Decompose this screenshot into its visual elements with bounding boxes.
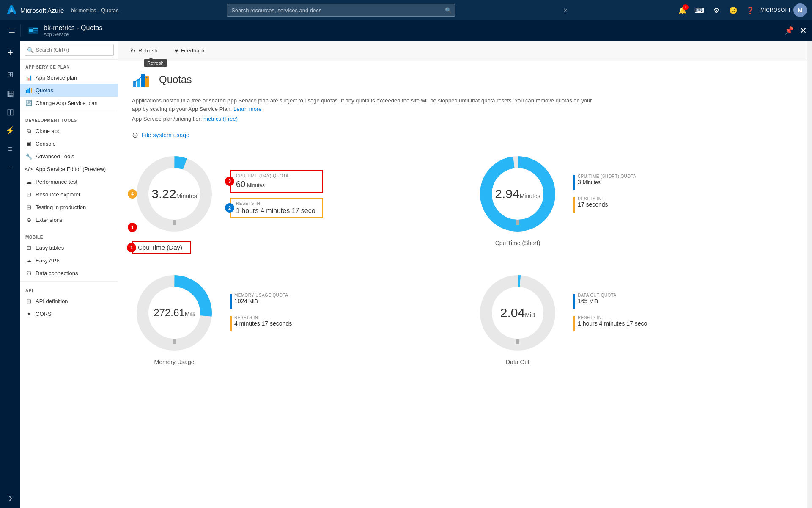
dashboard-button[interactable]: ▦ (2, 85, 19, 102)
learn-more-link[interactable]: Learn more (233, 106, 261, 112)
section-label-api: API (20, 283, 118, 295)
easy-apis-icon: ☁ (25, 257, 32, 264)
more-services-button[interactable]: ⋯ (2, 159, 19, 176)
data-connections-icon: ⛁ (25, 270, 32, 276)
sidebar-item-app-service-plan[interactable]: 📊 App Service plan (20, 71, 118, 84)
cpu-day-donut: 3.22Minutes (132, 152, 217, 236)
testing-icon: ⊞ (25, 204, 32, 210)
content-panel: ↻ Refresh Refresh ♥ Feedback Quotas (118, 41, 807, 508)
sidebar-label-cors: CORS (36, 311, 52, 317)
quota-value-row: 60 Minutes (236, 179, 317, 189)
quota-box-wrap: 3 CPU TIME (DAY) QUOTA 60 Minutes (230, 170, 323, 193)
sidebar-item-extensions[interactable]: ⊕ Extensions (20, 213, 118, 226)
sidebar-item-clone-app[interactable]: ⧉ Clone app (20, 124, 118, 137)
file-usage-row[interactable]: ⊙ File system usage (132, 130, 793, 140)
svg-point-22 (486, 281, 549, 345)
avatar[interactable]: M (793, 3, 807, 17)
svg-rect-3 (33, 30, 38, 31)
quota-label: CPU TIME (DAY) QUOTA (236, 174, 317, 178)
feedback-button[interactable]: ♥ Feedback (170, 44, 210, 58)
scrollbar[interactable] (807, 41, 812, 508)
topbar-actions: 🔔 1 ⌨ ⚙ 🙂 ❓ MICROSOFT M (676, 3, 807, 17)
sidebar-item-testing[interactable]: ⊞ Testing in production (20, 201, 118, 213)
quotas-page-icon (132, 69, 152, 90)
clone-icon: ⧉ (25, 127, 32, 134)
app-name: bk-metrics - Quotas (44, 24, 103, 32)
badge-2: 2 (225, 203, 234, 213)
main-layout: ＋ ⊞ ▦ ◫ ⚡ ≡ ⋯ ❯ 🔍 APP SERVICE PLAN 📊 App… (0, 41, 812, 508)
smiley-button[interactable]: 🙂 (727, 3, 740, 17)
sidebar-label-easy-tables: Easy tables (36, 245, 64, 251)
sidebar-item-console[interactable]: ▣ Console (20, 137, 118, 150)
sidebar-item-change-plan[interactable]: 🔄 Change App Service plan (20, 97, 118, 109)
close-panel-button[interactable]: ✕ (800, 25, 807, 36)
notifications-button[interactable]: 🔔 1 (676, 3, 689, 17)
refresh-tooltip: Refresh (144, 59, 167, 67)
topbar: Microsoft Azure bk-metrics - Quotas 🔍 ✕ … (0, 0, 812, 20)
settings-button[interactable]: ⚙ (710, 3, 723, 17)
help-button[interactable]: ❓ (743, 3, 757, 17)
divider-2 (20, 228, 118, 228)
cloud-shell-button[interactable]: ⌨ (693, 3, 706, 17)
plan-link[interactable]: metrics (Free) (203, 116, 238, 122)
cpu-short-quota-legend: CPU TIME (SHORT) QUOTA 3 Minutes (573, 174, 636, 190)
feedback-label: Feedback (181, 47, 205, 54)
sidebar-item-advanced-tools[interactable]: 🔧 Advanced Tools (20, 150, 118, 163)
sidebar-search-icon: 🔍 (27, 47, 34, 53)
monitor-button[interactable]: ⚡ (2, 122, 19, 139)
resets-box-yellow: RESETS IN: 1 hours 4 minutes 17 seco (230, 198, 323, 218)
chart-cpu-day: 1 4 (132, 152, 450, 254)
hamburger-button[interactable]: ☰ (3, 20, 20, 41)
refresh-button[interactable]: ↻ Refresh (125, 44, 163, 58)
cpu-short-label: Cpu Time (Short) (475, 240, 560, 246)
sidebar-item-resource-explorer[interactable]: ⊡ Resource explorer (20, 188, 118, 201)
svg-rect-7 (29, 88, 30, 93)
sidebar-label-advanced-tools: Advanced Tools (36, 153, 74, 160)
cpu-day-label-wrap: 1 Cpu Time (Day) (132, 241, 191, 254)
sidebar-item-api-definition[interactable]: ⊡ API definition (20, 295, 118, 307)
chart-data-out: 2.04MiB DATA OUT QUOTA 165 MiB (475, 271, 793, 365)
memory-row: 272.61MiB MEMORY USAGE QUOTA 1024 MiB (132, 271, 292, 355)
sidebar-label-testing: Testing in production (36, 204, 86, 210)
app-service-icon (27, 25, 39, 36)
search-close-icon[interactable]: ✕ (563, 7, 568, 14)
sidebar-item-easy-apis[interactable]: ☁ Easy APIs (20, 254, 118, 267)
home-button[interactable]: ⊞ (2, 66, 19, 83)
sidebar-item-data-connections[interactable]: ⛁ Data connections (20, 267, 118, 279)
add-resource-button[interactable]: ＋ (2, 44, 19, 61)
memory-quota-legend: MEMORY USAGE QUOTA 1024 MiB (230, 293, 292, 309)
memory-resets-info: RESETS IN: 4 minutes 17 seconds (234, 315, 292, 327)
sidebar-item-cors[interactable]: ✦ CORS (20, 307, 118, 320)
section-label-app-service-plan: APP SERVICE PLAN (20, 60, 118, 71)
pin-button[interactable]: 📌 (785, 26, 794, 35)
cpu-short-resets-legend: RESETS IN: 17 seconds (573, 196, 636, 213)
cpu-short-donut: 2.94Minutes (475, 152, 560, 236)
quota-box-red: CPU TIME (DAY) QUOTA 60 Minutes (230, 170, 323, 193)
sidebar-item-performance-test[interactable]: ☁ Performance test (20, 175, 118, 188)
app-service-plan-icon: 📊 (25, 74, 32, 81)
sidebar-item-quotas[interactable]: Quotas (20, 84, 118, 97)
svg-rect-1 (29, 29, 33, 32)
resources-button[interactable]: ◫ (2, 103, 19, 120)
sidebar-search-input[interactable] (25, 44, 114, 56)
svg-rect-4 (33, 32, 36, 33)
cpu-day-label: Cpu Time (Day) (132, 241, 191, 254)
plan-info: App Service plan/pricing tier: metrics (… (132, 116, 793, 122)
search-input[interactable] (227, 4, 455, 17)
badge-1-label: 1 (127, 243, 136, 252)
sidebar-label-clone: Clone app (36, 128, 60, 134)
short-resets-value: 17 seconds (578, 201, 608, 208)
sidebar-label-perf: Performance test (36, 179, 77, 185)
app-title-text: bk-metrics - Quotas App Service (44, 24, 103, 37)
icon-rail: ＋ ⊞ ▦ ◫ ⚡ ≡ ⋯ ❯ (0, 41, 20, 508)
sidebar-label-console: Console (36, 141, 56, 147)
memory-quota-info: MEMORY USAGE QUOTA 1024 MiB (234, 293, 288, 304)
change-plan-icon: 🔄 (25, 99, 32, 106)
svg-rect-21 (173, 339, 176, 344)
rail-expand-button[interactable]: ❯ (8, 495, 13, 508)
refresh-label: Refresh (138, 47, 158, 54)
sidebar-item-easy-tables[interactable]: ⊞ Easy tables (20, 241, 118, 254)
activity-button[interactable]: ≡ (2, 141, 19, 157)
sidebar-item-editor[interactable]: </> App Service Editor (Preview) (20, 163, 118, 175)
resets-box-wrap: 2 RESETS IN: 1 hours 4 minutes 17 seco (230, 198, 323, 218)
